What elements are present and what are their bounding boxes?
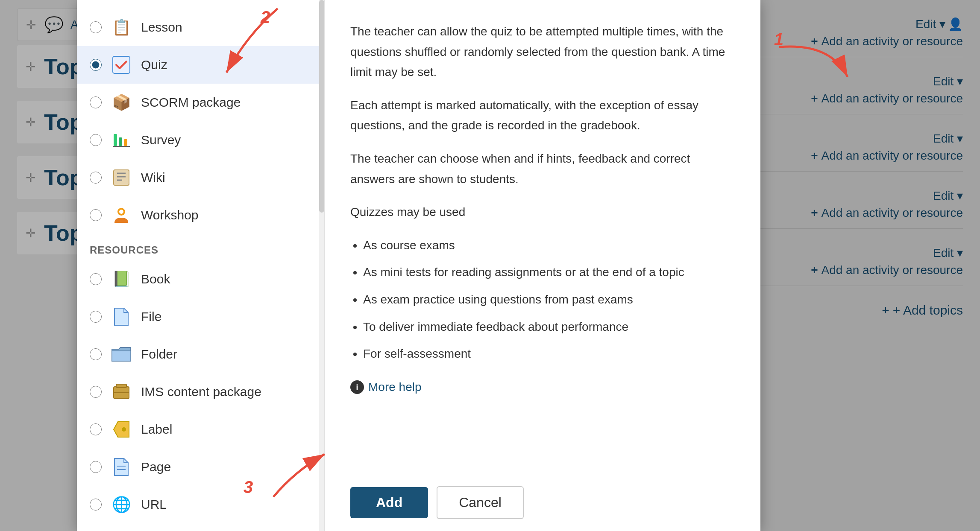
svg-rect-8 [114,170,129,185]
survey-icon [110,129,132,151]
scrollbar[interactable] [319,0,324,531]
description-para-4: Quizzes may be used [350,202,735,222]
activity-item-file[interactable]: File [77,298,324,336]
scroll-thumb [319,0,324,213]
more-help-row: i More help [350,377,735,397]
url-icon: 🌐 [110,493,132,516]
bullet-5: For self-assessment [363,344,735,364]
book-icon: 📗 [110,268,132,290]
activity-item-book[interactable]: 📗 Book [77,260,324,298]
more-help-link[interactable]: i More help [350,377,735,397]
svg-rect-7 [113,146,130,147]
activity-item-ims[interactable]: IMS content package [77,373,324,411]
svg-point-13 [119,210,123,214]
page-icon [110,456,132,478]
wiki-icon [110,166,132,189]
radio-survey[interactable] [90,134,102,146]
activity-item-folder[interactable]: Folder [77,336,324,373]
quiz-icon [110,54,132,76]
quiz-label: Quiz [141,58,167,72]
svg-rect-4 [114,134,117,146]
ims-label: IMS content package [141,385,261,399]
lesson-icon: 📋 [110,16,132,38]
radio-quiz[interactable] [90,59,102,71]
modal-dialog: 📋 Lesson Quiz 📦 SCORM package [77,0,760,531]
activity-item-quiz[interactable]: Quiz [77,46,324,84]
folder-label: Folder [141,347,177,362]
workshop-icon [110,204,132,226]
cancel-button[interactable]: Cancel [437,486,524,519]
description-para-2: Each attempt is marked automatically, wi… [350,95,735,136]
activity-item-lesson[interactable]: 📋 Lesson [77,9,324,46]
activity-item-wiki[interactable]: Wiki [77,159,324,196]
book-label: Book [141,272,170,286]
description-bullet-list: As course exams As mini tests for readin… [363,235,735,364]
workshop-label: Workshop [141,208,199,222]
radio-scorm[interactable] [90,96,102,108]
bullet-1: As course exams [363,235,735,256]
scorm-label: SCORM package [141,95,241,110]
bullet-3: As exam practice using questions from pa… [363,289,735,310]
scorm-icon: 📦 [110,91,132,114]
url-label: URL [141,497,167,512]
more-help-label: More help [368,377,422,397]
radio-wiki[interactable] [90,172,102,184]
modal-footer: Add Cancel [325,474,760,531]
file-icon [110,306,132,328]
description-para-3: The teacher can choose when and if hints… [350,149,735,189]
page-label: Page [141,460,171,474]
activity-item-workshop[interactable]: Workshop [77,196,324,234]
svg-rect-6 [124,139,127,146]
description-para-1: The teacher can allow the quiz to be att… [350,21,735,82]
radio-folder[interactable] [90,348,102,360]
radio-file[interactable] [90,311,102,323]
label-res-icon [110,418,132,441]
annotation-number-1: 1 [774,30,783,49]
wiki-label: Wiki [141,170,165,185]
activity-list-inner: 📋 Lesson Quiz 📦 SCORM package [77,0,324,531]
annotation-number-3: 3 [244,478,253,497]
radio-page[interactable] [90,461,102,473]
svg-rect-5 [119,137,122,146]
activity-list-panel: 📋 Lesson Quiz 📦 SCORM package [77,0,325,531]
bullet-2: As mini tests for reading assignments or… [363,262,735,283]
radio-label[interactable] [90,423,102,435]
activity-item-label[interactable]: Label [77,411,324,448]
activity-item-survey[interactable]: Survey [77,121,324,159]
activity-item-scorm[interactable]: 📦 SCORM package [77,84,324,121]
radio-book[interactable] [90,273,102,285]
resources-section-header: RESOURCES [77,234,324,260]
radio-url[interactable] [90,499,102,511]
svg-point-17 [122,427,126,432]
folder-icon [110,343,132,365]
annotation-number-2: 2 [261,8,270,27]
radio-workshop[interactable] [90,209,102,221]
activity-item-url[interactable]: 🌐 URL [77,486,324,523]
add-button[interactable]: Add [350,487,428,518]
radio-lesson[interactable] [90,21,102,33]
lesson-label: Lesson [141,20,182,35]
survey-label: Survey [141,133,181,147]
activity-item-page[interactable]: Page [77,448,324,486]
info-icon: i [350,380,364,394]
label-res-label: Label [141,422,172,437]
bullet-4: To deliver immediate feedback about perf… [363,317,735,337]
ims-icon [110,381,132,403]
description-panel: The teacher can allow the quiz to be att… [325,0,760,531]
file-label: File [141,309,161,324]
svg-rect-15 [116,384,126,388]
radio-ims[interactable] [90,386,102,398]
